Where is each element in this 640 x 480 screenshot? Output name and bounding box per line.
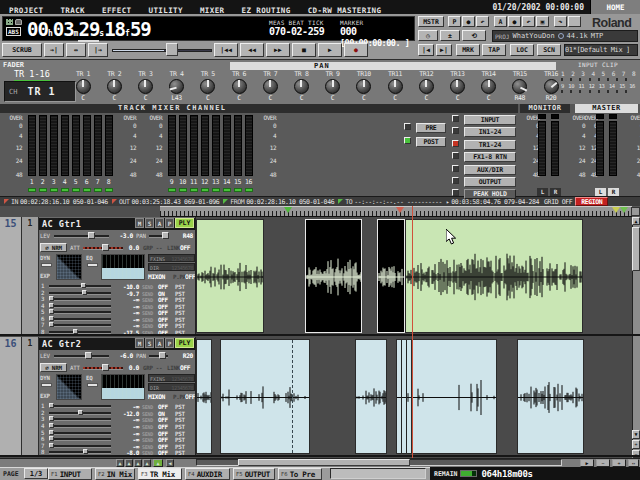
prev-marker-button[interactable]: |◀ — [418, 44, 434, 56]
source-button-fx1-8-rtn[interactable]: FX1-8 RTN — [464, 152, 516, 162]
play-status-button[interactable]: PLY — [175, 338, 194, 348]
post-button[interactable]: POST — [416, 137, 446, 147]
send-slider[interactable] — [49, 438, 111, 441]
send-slider[interactable] — [49, 285, 111, 288]
audio-phrase-track16-1[interactable] — [196, 339, 212, 454]
region-button[interactable]: REGION — [575, 197, 608, 206]
eq-graph[interactable] — [101, 374, 145, 400]
pan-knob[interactable] — [512, 79, 527, 94]
audio-phrase-track15-3[interactable] — [377, 219, 405, 333]
phase-button[interactable]: ∅ NRM — [40, 243, 67, 252]
send-slider-handle[interactable] — [49, 443, 54, 448]
send-slider-handle[interactable] — [49, 436, 54, 441]
locator-button[interactable]: LOC — [510, 44, 534, 56]
peak-hold-button[interactable]: PEAK HOLD — [464, 189, 516, 199]
track-up-button-2[interactable]: ▲ — [125, 459, 133, 467]
goto-zero-button[interactable]: |◀◀ — [214, 43, 238, 57]
phase-button[interactable]: ∅ NRM — [40, 363, 67, 372]
send-slider[interactable] — [49, 425, 111, 428]
clock-button[interactable]: ◷ — [418, 30, 438, 41]
send-slider-handle[interactable] — [49, 322, 54, 327]
source-button-output[interactable]: OUTPUT — [464, 177, 516, 187]
vtrack-number[interactable]: 1 — [22, 217, 39, 334]
send-slider[interactable] — [49, 311, 111, 314]
audio-phrase-track15-1[interactable] — [196, 219, 264, 333]
pan-slider-handle[interactable] — [162, 232, 169, 239]
scene-button[interactable]: SCN — [537, 44, 561, 56]
source-led-input[interactable] — [452, 115, 459, 122]
loop-button[interactable]: ⟲ — [462, 30, 486, 41]
pan-knob[interactable] — [356, 79, 371, 94]
send-slider-handle[interactable] — [83, 449, 88, 454]
send-slider-handle[interactable] — [49, 403, 54, 408]
auto-button[interactable]: A — [494, 16, 507, 27]
preview-thru-button[interactable]: ↔ — [66, 43, 86, 57]
dynamics-graph[interactable] — [56, 254, 82, 280]
send-slider-handle[interactable] — [81, 283, 86, 288]
scrub-button[interactable]: SCRUB — [2, 43, 42, 57]
solo-button[interactable]: S — [145, 218, 154, 228]
level-slider-handle[interactable] — [85, 352, 92, 359]
pan-knob[interactable] — [481, 79, 496, 94]
pre-button[interactable]: PRE — [416, 123, 446, 133]
auto-button[interactable]: A — [155, 338, 164, 348]
ruler-corner-button[interactable] — [631, 207, 640, 216]
source-led-tr1-24[interactable] — [452, 140, 459, 147]
punch-rec-button[interactable]: ● — [462, 16, 475, 27]
master-button[interactable]: MSTR — [418, 16, 444, 27]
source-button-aux-dir[interactable]: AUX/DIR — [464, 165, 516, 175]
send-slider[interactable] — [49, 298, 111, 301]
loop-end-marker-icon[interactable] — [612, 207, 620, 213]
eq-graph[interactable] — [101, 254, 145, 280]
redo-button[interactable]: ↷ — [554, 16, 567, 27]
pan-knob[interactable] — [107, 79, 122, 94]
rewind-button[interactable]: ◀◀ — [240, 43, 264, 57]
audio-phrase-track16-2[interactable] — [220, 339, 310, 454]
send-slider-handle[interactable] — [49, 423, 54, 428]
play-button[interactable]: ▶ — [318, 43, 342, 57]
source-led-in1-24[interactable] — [452, 127, 459, 134]
punch-end-marker-icon[interactable] — [620, 207, 628, 213]
track-up-button-4[interactable]: ▲ — [143, 459, 151, 467]
send-slider[interactable] — [49, 305, 111, 308]
fkey-f6-button[interactable]: F6To Pre — [278, 468, 322, 480]
pan-knob[interactable] — [169, 79, 184, 94]
send-slider-handle[interactable] — [78, 410, 83, 415]
audio-phrase-track15-2[interactable] — [305, 219, 362, 333]
zoom-in-button[interactable]: + — [612, 459, 626, 467]
pan-knob[interactable] — [200, 79, 215, 94]
audio-phrase-track16-3[interactable] — [355, 339, 387, 454]
scroll-left-button[interactable]: ◀ — [166, 459, 174, 467]
solo-button[interactable]: S — [145, 338, 154, 348]
source-led-aux-dir[interactable] — [452, 165, 459, 172]
att-slider-handle[interactable] — [102, 244, 109, 251]
zoom-out-button[interactable]: − — [596, 459, 610, 467]
send-slider[interactable] — [49, 324, 111, 327]
level-slider[interactable] — [54, 235, 109, 238]
punch-button[interactable]: P — [448, 16, 461, 27]
peak-hold-led-icon[interactable] — [452, 189, 459, 196]
track-number[interactable]: 15 — [0, 217, 22, 334]
level-slider-handle[interactable] — [88, 232, 95, 239]
send-slider[interactable] — [49, 432, 111, 435]
track-up-button-1[interactable]: ▲ — [116, 459, 124, 467]
page-indicator[interactable]: 1/3 — [24, 468, 48, 479]
horizontal-scroll-thumb[interactable] — [238, 459, 410, 466]
dynamics-button[interactable] — [41, 383, 52, 387]
mute-button[interactable]: M — [135, 218, 144, 228]
track-select-button[interactable]: ▲ — [153, 459, 163, 467]
ffwd-button[interactable]: ▶▶ — [266, 43, 290, 57]
pan-knob[interactable] — [544, 79, 559, 94]
shuttle-slider-track[interactable] — [112, 49, 212, 52]
post-led-icon[interactable] — [404, 137, 411, 144]
send-slider-handle[interactable] — [49, 303, 54, 308]
send-slider[interactable] — [49, 445, 111, 448]
pan-knob[interactable] — [388, 79, 403, 94]
preview-from-button[interactable]: |→ — [88, 43, 108, 57]
source-led-output[interactable] — [452, 177, 459, 184]
dynamics-button[interactable] — [41, 263, 52, 267]
level-slider[interactable] — [54, 355, 109, 358]
fkey-f5-button[interactable]: F5OUTPUT — [233, 468, 275, 480]
track-number[interactable]: 16 — [0, 337, 22, 455]
track-up-button-3[interactable]: ▲ — [134, 459, 142, 467]
